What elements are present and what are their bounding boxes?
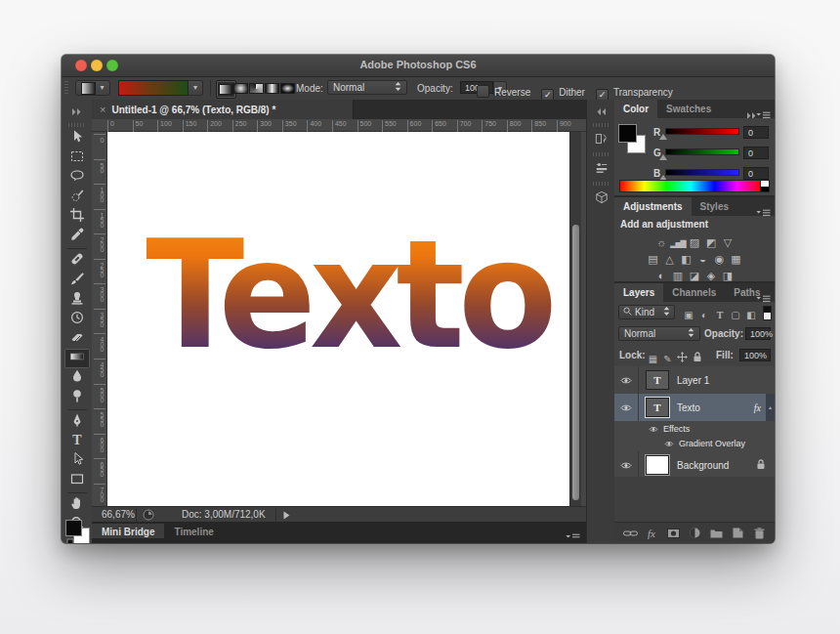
layer-opacity-input[interactable]: 100% — [745, 327, 771, 340]
eye-icon[interactable] — [620, 399, 632, 416]
eye-icon[interactable] — [620, 371, 632, 389]
channel-slider-track[interactable] — [665, 128, 739, 135]
channel-value-input[interactable]: 0 — [743, 167, 769, 180]
layer-row-gradient-overlay[interactable]: Gradient Overlay — [614, 436, 775, 452]
tab-channels[interactable]: Channels — [663, 283, 725, 302]
filter-toggle-chip[interactable] — [763, 306, 772, 320]
new-adjustment-button[interactable] — [685, 526, 704, 541]
path-selection-tool[interactable] — [64, 451, 90, 471]
spot-healing-brush-tool[interactable] — [64, 251, 90, 271]
layer-row-layer-1[interactable]: TLayer 1 — [614, 366, 775, 395]
curves-adjustment-icon[interactable]: ▨ — [687, 236, 703, 250]
invert-adjustment-icon[interactable]: ◐ — [653, 269, 670, 282]
document-tab[interactable]: × Untitled-1 @ 66,7% (Texto, RGB/8) * — [92, 100, 354, 119]
visibility-cell[interactable] — [614, 394, 639, 421]
unchecked-icon[interactable] — [477, 85, 489, 98]
canvas[interactable]: Texto — [107, 132, 569, 506]
dodge-tool[interactable] — [64, 388, 90, 407]
horizontal-ruler[interactable]: 0501001502002503003504004505005506006507… — [92, 119, 586, 132]
tab-swatches[interactable]: Swatches — [657, 100, 720, 118]
properties-panel-icon[interactable] — [589, 158, 614, 178]
vertical-ruler[interactable]: 0501001502002503003504004505005506006507… — [92, 132, 107, 506]
layer-row-texto[interactable]: TTextofx▴ — [614, 394, 775, 422]
collapse-effects-nub[interactable]: ▴ — [766, 394, 775, 421]
tab-color[interactable]: Color — [614, 100, 657, 118]
clone-stamp-tool[interactable] — [64, 290, 90, 310]
type-filter-icon[interactable]: T — [712, 309, 728, 321]
shape-filter-icon[interactable]: ▢ — [728, 309, 743, 321]
tools-grip[interactable] — [68, 123, 86, 127]
new-group-button[interactable] — [706, 526, 726, 541]
visibility-cell[interactable] — [614, 366, 639, 394]
thumbnail-filter-icon[interactable]: ▣ — [681, 309, 696, 321]
layer-thumbnail[interactable]: T — [646, 398, 669, 417]
blend-mode-select[interactable]: Normal — [327, 80, 407, 95]
adjustment-filter-icon[interactable]: ◐ — [696, 309, 712, 321]
rectangle-tool[interactable] — [64, 471, 90, 490]
crop-tool[interactable] — [64, 207, 90, 227]
checkbox-transparency[interactable]: ✓Transparency — [596, 82, 673, 99]
tab-styles[interactable]: Styles — [692, 197, 737, 216]
layer-thumbnail[interactable]: T — [646, 370, 669, 390]
new-layer-button[interactable] — [728, 526, 747, 541]
vertical-scrollbar-thumb[interactable] — [572, 225, 579, 500]
rectangular-marquee-tool[interactable] — [64, 148, 90, 168]
document-profile-icon[interactable] — [143, 509, 154, 523]
hue-saturation-adjustment-icon[interactable]: ▤ — [645, 253, 661, 267]
eyedropper-tool[interactable] — [64, 227, 90, 246]
exposure-adjustment-icon[interactable]: ◩ — [703, 236, 720, 250]
vertical-scrollbar[interactable] — [569, 132, 581, 506]
pen-tool[interactable] — [64, 412, 90, 432]
spectrum-black-chip[interactable] — [760, 187, 770, 193]
zoom-level-field[interactable]: 66,67% — [102, 509, 135, 520]
diamond-gradient-button[interactable] — [278, 80, 297, 97]
close-tab-icon[interactable]: × — [100, 104, 105, 115]
layer-mask-button[interactable] — [663, 526, 683, 541]
layer-style-button[interactable]: fx — [642, 526, 661, 541]
eye-icon[interactable] — [664, 437, 674, 450]
color-lookup-adjustment-icon[interactable]: ▦ — [728, 253, 744, 267]
color-balance-adjustment-icon[interactable]: △ — [661, 253, 678, 267]
eye-icon[interactable] — [620, 456, 632, 474]
lock-transparent-icon[interactable]: ▦ — [646, 353, 660, 365]
foreground-color-swatch[interactable] — [65, 520, 82, 536]
status-options-arrow-icon[interactable] — [283, 511, 290, 522]
tool-preset-picker[interactable]: ▾ — [75, 80, 110, 96]
smart-object-filter-icon[interactable]: ◧ — [743, 309, 759, 321]
move-tool[interactable] — [64, 129, 90, 148]
channel-slider-track[interactable] — [665, 148, 739, 155]
vibrance-adjustment-icon[interactable]: ▽ — [720, 236, 736, 250]
tab-adjustments[interactable]: Adjustments — [614, 197, 692, 216]
checkbox-reverse[interactable]: Reverse — [477, 82, 530, 99]
eraser-tool[interactable] — [64, 329, 90, 349]
link-layers-button[interactable] — [620, 526, 640, 541]
panel-grip[interactable] — [593, 123, 610, 127]
channel-slider-handle[interactable] — [659, 154, 667, 160]
lasso-tool[interactable] — [64, 168, 90, 188]
hand-tool[interactable] — [64, 495, 90, 515]
options-bar-grip[interactable] — [64, 81, 68, 96]
gradient-picker-button[interactable]: ▾ — [189, 80, 203, 96]
channel-value-input[interactable]: 0 — [743, 147, 769, 159]
black-white-adjustment-icon[interactable]: ◧ — [678, 253, 694, 267]
layer-thumbnail[interactable] — [646, 455, 669, 475]
gradient-preview[interactable] — [118, 80, 189, 96]
tab-layers[interactable]: Layers — [614, 283, 663, 302]
quick-selection-tool[interactable] — [64, 188, 90, 207]
lock-all-icon[interactable] — [690, 351, 704, 363]
gradient-tool[interactable] — [64, 349, 90, 368]
layer-row-background[interactable]: Background — [614, 451, 775, 477]
channel-mixer-adjustment-icon[interactable]: ◉ — [711, 253, 728, 267]
checkbox-dither[interactable]: ✓Dither — [541, 82, 585, 99]
delete-layer-button[interactable] — [749, 526, 769, 541]
layer-fill-input[interactable]: 100% — [739, 349, 771, 361]
visibility-cell[interactable] — [614, 451, 639, 477]
color-spectrum-bar[interactable] — [619, 180, 762, 192]
brightness-contrast-adjustment-icon[interactable]: ☼ — [653, 235, 670, 249]
layer-row-effects[interactable]: Effects — [614, 421, 775, 437]
panel-grip[interactable] — [593, 182, 610, 186]
channel-slider-handle[interactable] — [659, 134, 667, 140]
history-brush-tool[interactable] — [64, 310, 90, 329]
eye-icon[interactable] — [649, 421, 658, 435]
type-tool[interactable]: T — [64, 432, 90, 451]
